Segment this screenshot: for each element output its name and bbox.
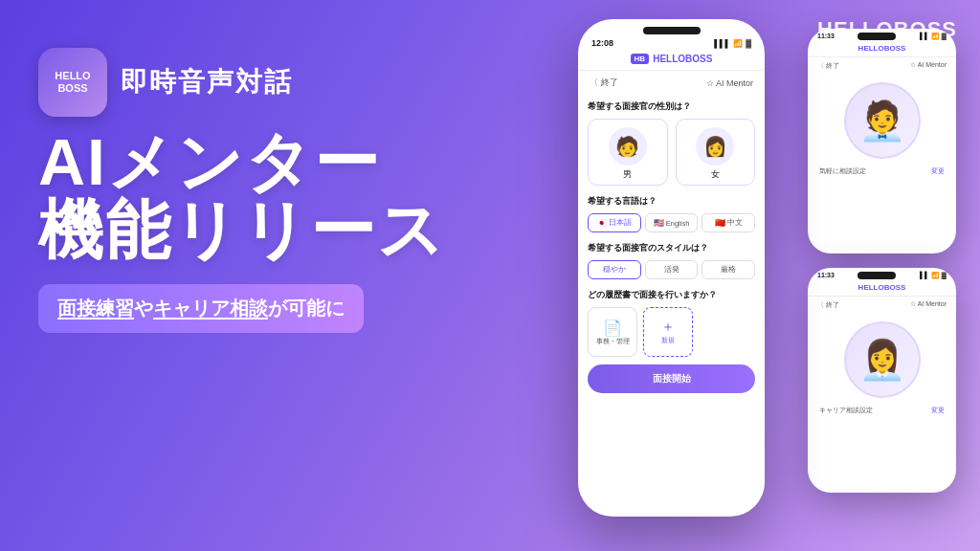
app-logo-box: HB xyxy=(631,54,650,64)
side-bottom-time: 11:33 xyxy=(817,272,835,279)
side-bottom-back[interactable]: 〈 終了 xyxy=(817,300,839,310)
tagline-end: が可能に xyxy=(268,298,345,319)
signal-icon: ▌▌▌ xyxy=(714,39,730,48)
status-icons: ▌▌▌ 📶 ▓ xyxy=(714,39,751,48)
side-bottom-appname: HELLOBOSS xyxy=(858,283,906,292)
gender-question: 希望する面接官の性別は？ xyxy=(588,100,755,113)
side-top-header: HELLOBOSS xyxy=(808,42,956,57)
resume-existing-card[interactable]: 📄 事務・管理 xyxy=(588,307,637,357)
lang-chinese-btn[interactable]: 🇨🇳 中文 xyxy=(702,213,755,232)
gender-row: 🧑 男 👩 女 xyxy=(588,119,755,186)
time-display: 12:08 xyxy=(591,38,613,48)
style-strict-btn[interactable]: 厳格 xyxy=(702,260,755,279)
gender-female-card[interactable]: 👩 女 xyxy=(676,119,756,186)
side-bottom-pill xyxy=(858,272,896,279)
phone-nav: 〈 終了 ☆ AI Mentor xyxy=(578,71,765,95)
side-bottom-avatar-area: 👩‍💼 xyxy=(808,314,956,402)
side-bottom-mentor: ☆ AI Mentor xyxy=(910,300,947,310)
side-bottom-icons: ▌▌ 📶 ▓ xyxy=(920,272,947,279)
phone-content: 希望する面接官の性別は？ 🧑 男 👩 女 希望する言語は？ 🇯🇵 日本語 xyxy=(578,95,765,399)
title-line1: AIメンター xyxy=(38,128,459,196)
female-label: 女 xyxy=(711,168,720,181)
resume-new-card[interactable]: ＋ 新規 xyxy=(643,307,693,357)
side-bottom-setting-label: キャリア相談設定 xyxy=(819,406,873,415)
language-question: 希望する言語は？ xyxy=(588,195,755,208)
resume-new-label: 新規 xyxy=(661,336,675,345)
en-flag: 🇺🇸 xyxy=(654,218,664,228)
battery-icon: ▓ xyxy=(746,39,751,48)
cn-flag: 🇨🇳 xyxy=(715,218,725,228)
phone-main: 12:08 ▌▌▌ 📶 ▓ HB HELLOBOSS 〈 終了 ☆ AI Men… xyxy=(578,19,765,517)
style-active-btn[interactable]: 活発 xyxy=(645,260,699,279)
phone-side-top: 11:33 ▌▌ 📶 ▓ HELLOBOSS 〈 終了 ☆ AI Mentor … xyxy=(808,29,956,253)
side-top-icons: ▌▌ 📶 ▓ xyxy=(920,33,947,40)
wifi-icon: 📶 xyxy=(733,39,743,48)
side-bottom-status: 11:33 ▌▌ 📶 ▓ xyxy=(808,268,956,281)
plus-icon: ＋ xyxy=(661,319,675,336)
style-question: 希望する面接官のスタイルは？ xyxy=(588,242,755,254)
lang-japanese-label: 日本語 xyxy=(609,218,632,228)
side-top-setting-row: 気軽に相談設定 変更 xyxy=(808,163,956,180)
style-row: 穏やか 活発 厳格 xyxy=(588,260,755,279)
app-logo: HB HELLOBOSS xyxy=(631,54,713,64)
female-interviewer-avatar: 👩‍💼 xyxy=(844,321,921,398)
tagline-box: 面接練習やキャリア相談が可能に xyxy=(38,284,364,333)
logo-line2: BOSS xyxy=(57,82,87,95)
resume-cards: 📄 事務・管理 ＋ 新規 xyxy=(588,307,755,357)
female-avatar: 👩 xyxy=(696,127,734,165)
start-interview-btn[interactable]: 面接開始 xyxy=(588,364,755,393)
doc-icon: 📄 xyxy=(603,319,622,337)
phones-area: 12:08 ▌▌▌ 📶 ▓ HB HELLOBOSS 〈 終了 ☆ AI Men… xyxy=(559,19,961,536)
helloboss-logo: HELLO BOSS xyxy=(38,48,107,117)
tagline-part2: キャリア相談 xyxy=(153,298,268,319)
side-top-pill xyxy=(858,33,896,40)
nav-back[interactable]: 〈 終了 xyxy=(590,77,618,89)
male-avatar: 🧑 xyxy=(609,127,647,165)
left-content-area: HELLO BOSS 即時音声対話 AIメンター 機能リリース 面接練習やキャリ… xyxy=(38,48,459,333)
side-top-back[interactable]: 〈 終了 xyxy=(817,61,839,71)
style-gentle-btn[interactable]: 穏やか xyxy=(588,260,641,279)
status-bar: 12:08 ▌▌▌ 📶 ▓ xyxy=(578,34,765,50)
tagline-part1: 面接練習 xyxy=(57,298,134,319)
logo-row: HELLO BOSS 即時音声対話 xyxy=(38,48,459,117)
side-bottom-header: HELLOBOSS xyxy=(808,281,956,297)
tagline: 面接練習やキャリア相談が可能に xyxy=(57,298,345,319)
app-name: HELLOBOSS xyxy=(653,54,712,64)
side-bottom-change-btn[interactable]: 変更 xyxy=(931,406,945,415)
gender-male-card[interactable]: 🧑 男 xyxy=(588,119,668,186)
tagline-mid: や xyxy=(134,298,153,319)
male-interviewer-avatar: 🧑‍💼 xyxy=(844,82,921,159)
lang-english-label: English xyxy=(666,219,690,228)
resume-question: どの履歴書で面接を行いますか？ xyxy=(588,289,755,301)
side-top-avatar-area: 🧑‍💼 xyxy=(808,75,956,163)
title-line2: 機能リリース xyxy=(38,196,459,264)
side-top-appname: HELLOBOSS xyxy=(858,44,906,53)
nav-mentor: ☆ AI Mentor xyxy=(706,78,753,88)
side-top-setting-label: 気軽に相談設定 xyxy=(819,166,866,176)
subtitle: 即時音声対話 xyxy=(121,64,293,100)
side-bottom-nav: 〈 終了 ☆ AI Mentor xyxy=(808,297,956,314)
jp-flag: 🇯🇵 xyxy=(596,218,607,228)
logo-line1: HELLO xyxy=(55,70,90,82)
phone-header: HB HELLOBOSS xyxy=(578,50,765,71)
side-top-nav: 〈 終了 ☆ AI Mentor xyxy=(808,57,956,75)
male-label: 男 xyxy=(623,168,632,181)
language-row: 🇯🇵 日本語 🇺🇸 English 🇨🇳 中文 xyxy=(588,213,755,232)
side-bottom-setting-row: キャリア相談設定 変更 xyxy=(808,402,956,419)
side-top-mentor: ☆ AI Mentor xyxy=(910,61,947,71)
phone-notch xyxy=(643,27,701,34)
resume-label: 事務・管理 xyxy=(596,337,630,346)
side-top-change-btn[interactable]: 変更 xyxy=(931,166,945,176)
side-top-status: 11:33 ▌▌ 📶 ▓ xyxy=(808,29,956,42)
main-title: AIメンター 機能リリース xyxy=(38,128,459,265)
lang-japanese-btn[interactable]: 🇯🇵 日本語 xyxy=(588,213,641,232)
resume-section: どの履歴書で面接を行いますか？ 📄 事務・管理 ＋ 新規 xyxy=(588,289,755,357)
lang-chinese-label: 中文 xyxy=(727,218,743,228)
lang-english-btn[interactable]: 🇺🇸 English xyxy=(645,213,699,232)
side-top-time: 11:33 xyxy=(817,33,835,40)
phone-side-bottom: 11:33 ▌▌ 📶 ▓ HELLOBOSS 〈 終了 ☆ AI Mentor … xyxy=(808,268,956,493)
